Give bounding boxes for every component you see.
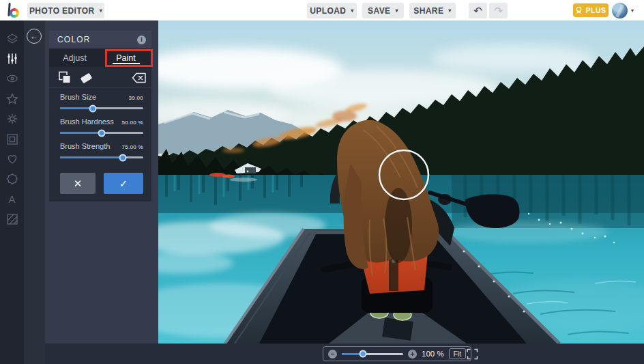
apply-check-icon: ✓ bbox=[119, 178, 128, 189]
logo-color-wheel bbox=[10, 8, 19, 18]
sidebar-item-text[interactable]: A bbox=[0, 189, 24, 209]
zoom-level: 100 % bbox=[422, 350, 444, 358]
redo-button[interactable]: ↷ bbox=[489, 3, 508, 18]
save-button[interactable]: SAVE ▾ bbox=[362, 3, 404, 18]
sidebar-item-frames[interactable] bbox=[0, 129, 24, 149]
brush-size-label: Brush Size bbox=[60, 93, 96, 101]
chevron-down-icon[interactable]: ▾ bbox=[631, 8, 634, 14]
save-label: SAVE bbox=[368, 6, 390, 16]
sidebar-item-layers[interactable] bbox=[0, 29, 24, 48]
texture-icon bbox=[5, 212, 19, 226]
tab-paint[interactable]: Paint bbox=[100, 48, 151, 67]
plus-label: PLUS bbox=[585, 6, 606, 14]
text-tool-icon: A bbox=[8, 193, 15, 205]
minus-icon: − bbox=[330, 350, 334, 358]
tab-adjust[interactable]: Adjust bbox=[49, 48, 100, 67]
sidebar-item-artsy[interactable] bbox=[0, 109, 24, 129]
fullscreen-button[interactable] bbox=[465, 346, 480, 361]
top-toolbar: PHOTO EDITOR ▾ UPLOAD ▾ SAVE ▾ SHARE ▾ ↶… bbox=[0, 0, 644, 20]
upload-label: UPLOAD bbox=[310, 6, 346, 16]
star-icon bbox=[5, 92, 19, 106]
fit-button[interactable]: Fit bbox=[449, 348, 467, 359]
artsy-splat-icon bbox=[5, 112, 19, 126]
share-button[interactable]: SHARE ▾ bbox=[409, 3, 456, 18]
panel-header: COLOR i bbox=[49, 31, 151, 48]
brush-strength-row: Brush Strength 75.00 % bbox=[60, 142, 143, 158]
brush-hardness-row: Brush Hardness 50.00 % bbox=[60, 117, 143, 134]
panel-tabs: Adjust Paint bbox=[49, 48, 151, 67]
fit-label: Fit bbox=[454, 350, 462, 358]
tool-sidebar: A bbox=[0, 20, 24, 364]
tool-panel-background: COLOR i Adjust Paint bbox=[45, 20, 158, 344]
plus-upgrade-badge[interactable]: PLUS bbox=[573, 3, 609, 17]
slider-fill bbox=[60, 132, 102, 134]
paint-tools-row bbox=[49, 67, 151, 88]
slider-thumb[interactable] bbox=[98, 129, 106, 137]
app-switcher-button[interactable]: PHOTO EDITOR ▾ bbox=[27, 3, 104, 18]
slider-thumb[interactable] bbox=[89, 104, 96, 112]
chevron-down-icon: ▾ bbox=[351, 8, 353, 14]
photo-lake-canoe bbox=[158, 20, 644, 344]
panel-back-rail: ← bbox=[24, 20, 45, 364]
active-tab-underline bbox=[113, 63, 140, 64]
layers-icon bbox=[5, 32, 19, 46]
undo-button[interactable]: ↶ bbox=[469, 3, 487, 18]
sidebar-item-graphics[interactable] bbox=[0, 149, 24, 169]
heart-icon bbox=[5, 152, 19, 166]
plus-icon: + bbox=[410, 350, 414, 358]
panel-footer: ✕ ✓ bbox=[60, 173, 143, 194]
brush-size-value: 39.00 bbox=[128, 95, 143, 101]
photo-canvas[interactable] bbox=[158, 20, 644, 344]
chevron-down-icon: ▾ bbox=[448, 8, 451, 14]
undo-icon: ↶ bbox=[473, 5, 482, 16]
user-avatar[interactable] bbox=[612, 3, 628, 18]
zoom-slider[interactable] bbox=[342, 353, 403, 355]
adjust-sliders-icon bbox=[5, 52, 19, 66]
brush-strength-slider[interactable] bbox=[60, 156, 143, 158]
slider-thumb[interactable] bbox=[119, 154, 126, 161]
panel-title: COLOR bbox=[57, 35, 91, 44]
sidebar-item-textures[interactable] bbox=[0, 210, 24, 229]
sidebar-item-overlays[interactable] bbox=[0, 169, 24, 189]
sidebar-item-effects[interactable] bbox=[0, 69, 24, 89]
upload-button[interactable]: UPLOAD ▾ bbox=[307, 3, 357, 18]
frame-icon bbox=[5, 132, 19, 146]
fullscreen-icon bbox=[467, 348, 478, 360]
app-switcher-label: PHOTO EDITOR bbox=[29, 6, 95, 16]
slider-fill bbox=[60, 156, 123, 158]
apply-button[interactable]: ✓ bbox=[104, 173, 143, 194]
color-panel: COLOR i Adjust Paint bbox=[49, 31, 151, 201]
zoom-in-button[interactable]: + bbox=[408, 350, 417, 359]
tab-paint-label: Paint bbox=[116, 53, 136, 63]
info-icon[interactable]: i bbox=[137, 36, 146, 44]
brush-hardness-slider[interactable] bbox=[60, 132, 143, 134]
sidebar-item-favorites[interactable] bbox=[0, 89, 24, 109]
brush-hardness-label: Brush Hardness bbox=[60, 117, 114, 126]
share-label: SHARE bbox=[413, 6, 443, 16]
cancel-button[interactable]: ✕ bbox=[60, 173, 96, 194]
medal-icon bbox=[575, 6, 583, 14]
tab-adjust-label: Adjust bbox=[63, 53, 87, 63]
brush-hardness-value: 50.00 % bbox=[122, 120, 143, 126]
redo-icon: ↷ bbox=[494, 5, 503, 16]
brush-strength-label: Brush Strength bbox=[60, 142, 110, 150]
eraser-tool-icon[interactable] bbox=[78, 70, 94, 85]
brush-strength-value: 75.00 % bbox=[122, 144, 143, 150]
brush-size-row: Brush Size 39.00 bbox=[60, 93, 143, 109]
cancel-x-icon: ✕ bbox=[74, 178, 83, 189]
chevron-down-icon: ▾ bbox=[100, 8, 102, 14]
badge-seal-icon bbox=[5, 172, 19, 186]
zoom-out-button[interactable]: − bbox=[328, 350, 337, 359]
chevron-down-icon: ▾ bbox=[395, 8, 398, 14]
zoom-controls: − + 100 % Fit bbox=[323, 346, 471, 361]
back-arrow-icon: ← bbox=[30, 31, 38, 41]
clear-backspace-icon[interactable] bbox=[131, 70, 147, 85]
sidebar-item-edit[interactable] bbox=[0, 48, 24, 68]
zoom-slider-thumb[interactable] bbox=[359, 350, 366, 358]
befunky-logo-icon[interactable] bbox=[7, 2, 23, 18]
back-button[interactable]: ← bbox=[27, 29, 42, 44]
eye-icon bbox=[5, 72, 19, 85]
brush-size-slider[interactable] bbox=[60, 107, 143, 109]
slider-fill bbox=[60, 107, 93, 109]
duplicate-tool-icon[interactable] bbox=[57, 70, 72, 85]
